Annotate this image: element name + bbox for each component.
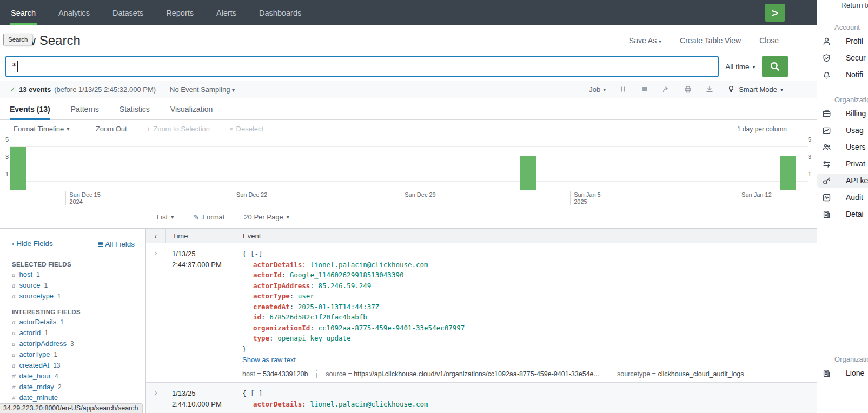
tab-visualization[interactable]: Visualization (170, 98, 213, 119)
field-actorType[interactable]: aactorType1 (12, 351, 135, 358)
events-timeline-chart[interactable]: 1 3 5 1 3 5 Sun Dec 152024 Sun Dec 22 Su… (0, 138, 817, 205)
json-value[interactable]: 85.246.59.249 (318, 282, 371, 290)
menu-item-private-endpoints[interactable]: Privat (817, 157, 868, 171)
zoom-to-selection-button[interactable]: +Zoom to Selection (147, 125, 210, 133)
return-to-link[interactable]: Return to (841, 1, 868, 9)
json-value[interactable]: cc1092aa-8775-459e-9401-33e54ec07997 (318, 324, 465, 332)
meta-host[interactable]: host = 53de4339120b (242, 370, 308, 378)
json-value[interactable]: lionel.palacin@clickhouse.com (310, 261, 428, 269)
tab-patterns[interactable]: Patterns (71, 98, 99, 119)
nav-item-dashboards[interactable]: Dashboards (258, 0, 302, 25)
header-actions: Save As ▾ Create Table View Close (629, 36, 779, 45)
timeline-bar[interactable] (780, 156, 796, 190)
event-row: › 1/13/25 2:44:37.000 PM { [-] actorDeta… (146, 243, 817, 378)
menu-item-users[interactable]: Users (817, 140, 868, 154)
field-createdAt[interactable]: acreatedAt13 (12, 362, 135, 369)
menu-item-profile[interactable]: Profil (817, 34, 868, 48)
json-key[interactable]: actorDetails (253, 261, 302, 269)
nav-item-search[interactable]: Search (10, 0, 37, 25)
menu-item-billing[interactable]: Billing (817, 106, 868, 121)
json-key[interactable]: createdAt (253, 303, 290, 311)
json-value[interactable]: 2025-01-13T14:44:37Z (298, 303, 380, 311)
search-button[interactable] (762, 56, 788, 77)
timeline-bar[interactable] (10, 147, 26, 190)
close-button[interactable]: Close (759, 36, 779, 45)
json-value[interactable]: Google_114602629918513043390 (290, 271, 404, 279)
json-key[interactable]: type (253, 334, 269, 342)
json-value[interactable]: 678526d582c1f20fac4babfb (269, 313, 367, 321)
menu-item-current-org[interactable]: Lione (817, 366, 868, 380)
menu-item-api-keys[interactable]: API ke (817, 174, 868, 188)
create-table-view-button[interactable]: Create Table View (680, 36, 741, 45)
selected-fields-header: SELECTED FIELDS (12, 261, 135, 268)
per-page-dropdown[interactable]: 20 Per Page▾ (244, 213, 289, 221)
timeline-scale-note: 1 day per column (737, 125, 787, 133)
field-date_mday[interactable]: #date_mday2 (12, 383, 135, 391)
tab-statistics[interactable]: Statistics (120, 98, 150, 119)
nav-item-alerts[interactable]: Alerts (215, 0, 237, 25)
json-key[interactable]: actorDetails (253, 400, 302, 408)
time-range-picker[interactable]: All time▾ (719, 56, 762, 77)
menu-item-details[interactable]: Detai (817, 207, 868, 221)
stop-button[interactable] (640, 85, 649, 94)
menu-item-usage[interactable]: Usag (817, 123, 868, 137)
expand-row-button[interactable]: › (146, 388, 165, 413)
meta-sourcetype[interactable]: sourcetype = clickhouse_cloud_audit_logs (608, 370, 744, 378)
expand-row-button[interactable]: › (146, 249, 165, 378)
field-host[interactable]: ahost1 (12, 271, 135, 278)
field-date_minute[interactable]: #date_minute (12, 394, 135, 402)
nav-item-reports[interactable]: Reports (165, 0, 195, 25)
meta-source[interactable]: source = https://api.clickhouse.cloud/v1… (316, 370, 599, 378)
format-button[interactable]: ✎Format (193, 213, 224, 221)
nav-item-analytics[interactable]: Analytics (57, 0, 91, 25)
json-key[interactable]: organizationId (253, 324, 310, 332)
gridline-1 (10, 181, 808, 182)
json-collapse-button[interactable]: [-] (250, 250, 263, 258)
organization-footer-header: Organizatio (834, 355, 868, 363)
col-header-time[interactable]: Time (165, 229, 238, 243)
building-icon (821, 369, 832, 378)
nav-item-datasets[interactable]: Datasets (111, 0, 144, 25)
zoom-out-button[interactable]: −Zoom Out (89, 125, 127, 133)
json-value[interactable]: user (298, 292, 314, 300)
timeline-bar[interactable] (520, 156, 536, 190)
field-actorId[interactable]: aactorId1 (12, 329, 135, 337)
list-view-dropdown[interactable]: List▾ (157, 213, 174, 221)
format-timeline-dropdown[interactable]: Format Timeline▾ (14, 125, 69, 133)
field-source[interactable]: asource1 (12, 282, 135, 289)
pause-button[interactable] (619, 85, 627, 94)
json-key[interactable]: actorId (253, 271, 282, 279)
json-value[interactable]: openapi_key_update (277, 334, 350, 342)
chevron-left-icon: ‹ (12, 239, 15, 248)
share-button[interactable] (662, 85, 671, 94)
json-key[interactable]: id (253, 313, 261, 321)
field-actorDetails[interactable]: aactorDetails1 (12, 318, 135, 326)
field-actorIpAddress[interactable]: aactorIpAddress3 (12, 340, 135, 348)
field-sourcetype[interactable]: asourcetype1 (12, 292, 135, 300)
col-header-info: i (146, 231, 165, 240)
show-raw-text-link[interactable]: Show as raw text (242, 356, 817, 364)
menu-item-notifications[interactable]: Notifi (817, 68, 868, 82)
print-button[interactable] (684, 85, 692, 94)
tab-events[interactable]: Events (13) (10, 98, 50, 119)
chevron-down-icon: ▾ (287, 214, 289, 220)
search-input[interactable]: * (5, 56, 719, 77)
y-tick-left-5: 5 (1, 136, 9, 143)
splunk-logo-icon[interactable]: > (765, 4, 785, 22)
menu-item-audit[interactable]: Audit (817, 190, 868, 204)
export-download-button[interactable] (705, 85, 714, 94)
search-mode-dropdown[interactable]: Smart Mode▾ (727, 85, 783, 94)
deselect-button[interactable]: ×Deselect (229, 125, 263, 133)
save-as-button[interactable]: Save As ▾ (629, 36, 661, 45)
json-value[interactable]: lionel.palacin@clickhouse.com (310, 400, 428, 408)
field-date_hour[interactable]: #date_hour4 (12, 372, 135, 380)
json-key[interactable]: actorIpAddress (253, 282, 310, 290)
all-fields-button[interactable]: ≣ All Fields (97, 239, 135, 248)
json-key[interactable]: actorType (253, 292, 290, 300)
lightbulb-icon (727, 85, 736, 94)
event-sampling-dropdown[interactable]: No Event Sampling ▾ (170, 85, 235, 94)
json-collapse-button[interactable]: [-] (250, 389, 263, 397)
job-dropdown[interactable]: Job▾ (589, 85, 606, 94)
menu-item-security[interactable]: Secur (817, 51, 868, 65)
hide-fields-button[interactable]: ‹ Hide Fields (12, 239, 53, 248)
